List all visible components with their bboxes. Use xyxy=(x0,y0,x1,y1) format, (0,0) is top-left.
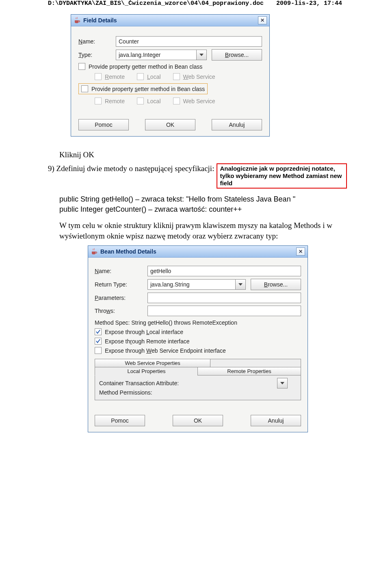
return-type-label: Return Type: xyxy=(95,281,147,288)
method-2: public Integer getCounter() – zwraca war… xyxy=(59,204,347,215)
parameters-input[interactable] xyxy=(147,293,301,303)
dialog-title: Bean Method Details xyxy=(100,248,296,255)
cancel-button[interactable]: Anuluj xyxy=(251,415,301,426)
parameters-label: Parameters: xyxy=(95,295,147,301)
expose-local-checkbox[interactable]: Expose through Local interface xyxy=(95,328,183,335)
setter-remote-checkbox: Remote xyxy=(95,98,125,104)
instruction-paragraph: W tym celu w oknie struktury kliknij pra… xyxy=(59,220,347,241)
tab-remote-properties[interactable]: Remote Properties xyxy=(197,367,301,375)
setter-checkbox[interactable]: Provide property setter method in Bean c… xyxy=(81,85,205,92)
tab-local-properties[interactable]: Local Properties xyxy=(95,367,198,375)
setter-local-checkbox: Local xyxy=(137,98,160,104)
dialog-titlebar[interactable]: Bean Method Details ✕ xyxy=(88,246,308,258)
cancel-button[interactable]: Anuluj xyxy=(212,119,262,130)
type-label: Type: xyxy=(78,52,116,58)
browse-button[interactable]: Browse... xyxy=(212,49,262,61)
document-body: Kliknij OK 9) Zdefiniuj dwie metody o na… xyxy=(48,150,347,241)
help-button[interactable]: Pomoc xyxy=(95,415,145,426)
doc-date: 2009-lis-23, 17:44 xyxy=(276,0,342,7)
tab-ws-properties[interactable]: Web Service Properties xyxy=(95,359,210,367)
field-details-dialog: Field Details ✕ Name: Type: Browse... Pr… xyxy=(71,14,270,137)
type-combo[interactable] xyxy=(116,50,207,60)
red-annotation: Analogicznie jak w poprzedniej notatce, … xyxy=(217,163,347,189)
return-type-combo[interactable] xyxy=(147,279,246,290)
cta-label: Container Transaction Attribute: xyxy=(99,380,277,386)
chevron-down-icon[interactable] xyxy=(277,378,288,388)
dialog-titlebar[interactable]: Field Details ✕ xyxy=(71,15,269,26)
click-ok-text: Kliknij OK xyxy=(59,150,347,160)
method-1: public String getHello() – zwraca tekst:… xyxy=(59,194,347,204)
doc-path: D:\DYDAKTYKA\ZAI_BIS\_Ćwiczenia_wzorce\0… xyxy=(48,0,264,7)
dialog-title: Field Details xyxy=(83,17,258,24)
chevron-down-icon[interactable] xyxy=(196,50,207,60)
expose-ws-checkbox[interactable]: Expose through Web Service Endpoint inte… xyxy=(95,347,226,354)
step-9-text: 9) Zdefiniuj dwie metody o następującej … xyxy=(48,163,214,174)
chevron-down-icon[interactable] xyxy=(235,279,246,290)
return-type-input[interactable] xyxy=(147,279,235,290)
page-header: D:\DYDAKTYKA\ZAI_BIS\_Ćwiczenia_wzorce\0… xyxy=(0,0,390,9)
name-input[interactable] xyxy=(116,36,262,47)
name-label: Name: xyxy=(78,38,116,45)
name-input[interactable] xyxy=(147,266,301,276)
browse-button[interactable]: Browse... xyxy=(251,279,301,290)
method-spec: Method Spec: String getHello() throws Re… xyxy=(95,319,301,326)
bean-method-details-dialog: Bean Method Details ✕ Name: Return Type:… xyxy=(88,245,308,432)
setter-sub: Remote Local Web Service xyxy=(95,98,262,104)
setter-highlight: Provide property setter method in Bean c… xyxy=(78,83,208,94)
close-icon[interactable]: ✕ xyxy=(296,247,305,256)
getter-checkbox[interactable]: Provide property getter method in Bean c… xyxy=(78,63,202,70)
getter-remote-checkbox: Remote xyxy=(95,73,125,80)
throws-input[interactable] xyxy=(147,306,301,316)
getter-ws-checkbox: Web Service xyxy=(173,73,215,80)
ok-button[interactable]: OK xyxy=(145,119,195,130)
properties-tabs: Web Service Properties Local Properties … xyxy=(95,359,301,400)
getter-local-checkbox: Local xyxy=(137,73,160,80)
help-button[interactable]: Pomoc xyxy=(78,119,129,130)
expose-remote-checkbox[interactable]: Expose through Remote interface xyxy=(95,338,190,345)
java-cup-icon xyxy=(91,248,98,255)
cta-combo[interactable] xyxy=(277,378,297,388)
ok-button[interactable]: OK xyxy=(173,415,223,426)
throws-label: Throws: xyxy=(95,308,147,314)
method-permissions-label: Method Permissions: xyxy=(99,389,297,396)
type-input[interactable] xyxy=(116,50,196,60)
setter-ws-checkbox: Web Service xyxy=(173,98,215,104)
close-icon[interactable]: ✕ xyxy=(258,16,267,24)
getter-sub: Remote Local Web Service xyxy=(95,73,262,80)
name-label: Name: xyxy=(95,268,147,274)
java-cup-icon xyxy=(74,17,81,24)
